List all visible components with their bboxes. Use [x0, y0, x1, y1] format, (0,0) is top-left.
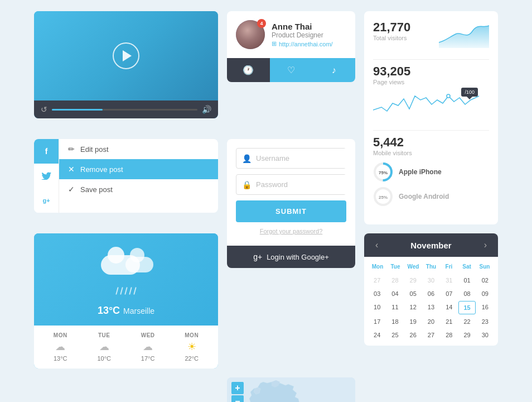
calendar-day[interactable]: 28 — [386, 274, 403, 286]
visitors-count: 21,770 — [373, 20, 410, 35]
forgot-password-link[interactable]: Forgot your password? — [236, 228, 346, 234]
pageviews-stat: 93,205 Page views /100 — [373, 64, 489, 121]
link-icon: ⊞ — [272, 40, 277, 47]
svg-point-2 — [447, 94, 450, 98]
calendar-day[interactable]: 11 — [386, 301, 403, 314]
remove-post-item[interactable]: ✕ Remove post — [59, 159, 218, 179]
calendar-day[interactable]: 22 — [458, 315, 475, 328]
calendar-day[interactable]: 29 — [405, 274, 422, 286]
calendar-day[interactable]: 29 — [458, 329, 475, 341]
calendar-day[interactable]: 06 — [423, 288, 439, 300]
calendar-day[interactable]: 01 — [458, 274, 475, 286]
tab-history[interactable]: 🕐 — [227, 58, 270, 82]
mobile-label: Mobile visitors — [373, 150, 489, 156]
avatar-wrap: 4 — [236, 20, 265, 49]
username-input[interactable] — [256, 149, 350, 168]
calendar-day[interactable]: 05 — [405, 288, 422, 300]
main-grid: ↺ 🔊 f g+ ✏ Edit post — [34, 11, 498, 402]
day-thu: Thu — [422, 261, 440, 272]
twitter-button[interactable] — [34, 164, 59, 188]
calendar-day[interactable]: 21 — [441, 315, 457, 328]
calendar-day[interactable]: 31 — [441, 274, 457, 286]
volume-icon[interactable]: 🔊 — [202, 105, 211, 114]
social-icons: f g+ — [34, 139, 59, 213]
next-month-button[interactable]: › — [482, 240, 489, 250]
save-post-label: Save post — [80, 185, 113, 194]
calendar-day[interactable]: 26 — [405, 329, 422, 341]
calendar-day[interactable]: 14 — [441, 301, 457, 314]
repeat-icon[interactable]: ↺ — [41, 105, 47, 114]
video-player: ↺ 🔊 — [34, 11, 218, 130]
day-mon: Mon — [369, 261, 386, 272]
day-wed: Wed — [404, 261, 422, 272]
divider-2 — [373, 130, 489, 131]
forecast-wed: WED ☁ 17°C — [141, 332, 155, 362]
calendar-day[interactable]: 23 — [477, 315, 494, 328]
calendar-day[interactable]: 24 — [369, 329, 385, 341]
weather-forecast: MON ☁ 13°C TUE ☁ 10°C WED ☁ 17°C MON ☀ — [34, 326, 218, 368]
forecast-tue: TUE ☁ 10°C — [97, 332, 111, 362]
day-fri: Fri — [440, 261, 458, 272]
calendar-day[interactable]: 17 — [369, 315, 385, 328]
zoom-in-button[interactable]: + — [231, 382, 244, 394]
calendar-day[interactable]: 18 — [386, 315, 403, 328]
profile-header: 4 Anne Thai Product Designer ⊞ http://an… — [227, 11, 355, 58]
forecast-mon2-label: MON — [185, 332, 199, 338]
play-button[interactable] — [113, 42, 139, 69]
password-input-group: 🔒 — [236, 174, 346, 195]
calendar-grid: Mon Tue Wed Thu Fri Sat Sun 272829303101… — [364, 257, 498, 346]
calendar-day[interactable]: 12 — [405, 301, 422, 314]
calendar-day[interactable]: 15 — [458, 301, 475, 314]
zoom-out-button[interactable]: − — [231, 395, 244, 402]
calendar-day[interactable]: 04 — [386, 288, 403, 300]
android-ring: 25% — [373, 186, 393, 207]
save-icon: ✓ — [68, 185, 75, 194]
calendar-day[interactable]: 16 — [477, 301, 494, 314]
calendar-day[interactable]: 27 — [369, 274, 385, 286]
calendar-day[interactable]: 02 — [477, 274, 494, 286]
remove-icon: ✕ — [68, 165, 75, 174]
calendar-day[interactable]: 07 — [441, 288, 457, 300]
stats-card: 21,770 Total visitors — [364, 11, 498, 224]
google-login-button[interactable]: g+ Login with Google+ — [227, 246, 355, 268]
profile-info: Anne Thai Product Designer ⊞ http://anne… — [272, 22, 346, 47]
line-chart: /100 — [373, 88, 489, 121]
tab-likes[interactable]: ♡ — [270, 58, 313, 82]
profile-name: Anne Thai — [272, 22, 346, 31]
tab-music[interactable]: ♪ — [312, 58, 355, 82]
calendar-day[interactable]: 28 — [441, 329, 457, 341]
calendar-day[interactable]: 09 — [477, 288, 494, 300]
profile-link[interactable]: ⊞ http://annethai.com/ — [272, 40, 346, 47]
calendar-day[interactable]: 13 — [423, 301, 439, 314]
progress-fill — [52, 109, 103, 111]
progress-bar[interactable] — [52, 109, 197, 111]
edit-post-item[interactable]: ✏ Edit post — [59, 139, 218, 159]
svg-text:75%: 75% — [379, 170, 388, 175]
mobile-count: 5,442 — [373, 135, 489, 150]
calendar-day[interactable]: 30 — [477, 329, 494, 341]
day-sun: Sun — [476, 261, 494, 272]
calendar-day[interactable]: 20 — [423, 315, 439, 328]
prev-month-button[interactable]: ‹ — [373, 240, 380, 250]
calendar-day[interactable]: 30 — [423, 274, 439, 286]
gplus-button[interactable]: g+ — [34, 188, 59, 213]
password-input[interactable] — [256, 175, 350, 194]
calendar-day[interactable]: 25 — [386, 329, 403, 341]
submit-button[interactable]: SUBMIT — [236, 200, 346, 222]
calendar-day[interactable]: 19 — [405, 315, 422, 328]
calendar-day[interactable]: 08 — [458, 288, 475, 300]
rain-icon — [117, 287, 136, 295]
facebook-button[interactable]: f — [34, 139, 59, 164]
calendar-day[interactable]: 27 — [423, 329, 439, 341]
calendar-days: 2728293031010203040506070809101112131415… — [369, 274, 494, 341]
iphone-ring: 75% — [373, 162, 393, 182]
calendar-day[interactable]: 10 — [369, 301, 385, 314]
google-login-label: Login with Google+ — [267, 253, 329, 261]
username-input-group: 👤 — [236, 148, 346, 169]
android-row: 25% Google Android — [373, 186, 489, 207]
user-icon: 👤 — [242, 154, 252, 163]
weather-main: 13°C Marseille — [34, 233, 218, 326]
map-area: + − — [227, 377, 355, 402]
save-post-item[interactable]: ✓ Save post — [59, 179, 218, 199]
calendar-day[interactable]: 03 — [369, 288, 385, 300]
